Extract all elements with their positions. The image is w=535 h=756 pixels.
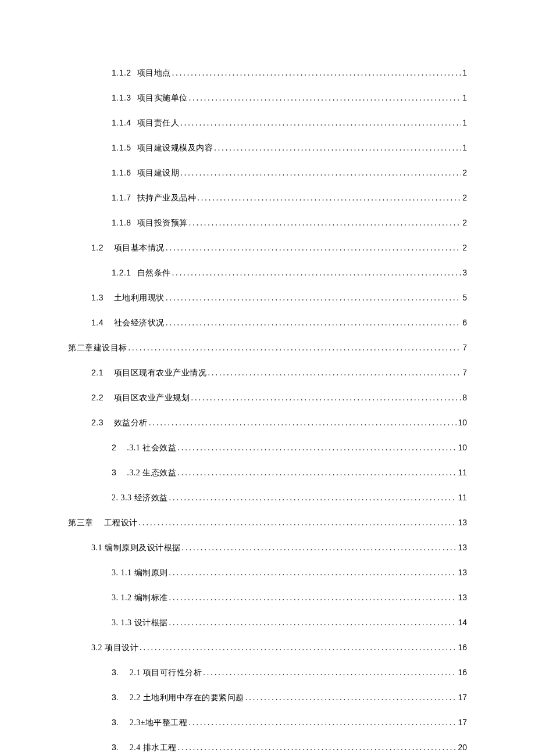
toc-page-number: 7 [462, 367, 467, 379]
toc-leader [172, 267, 462, 279]
toc-number: 1.2.1 [112, 268, 131, 277]
toc-page-number: 1 [462, 92, 467, 104]
toc-page-number: 2 [462, 242, 467, 254]
toc-page-number: 1 [462, 117, 467, 129]
toc-number: 1.1.6 [112, 168, 131, 177]
toc-page-number: 17 [458, 691, 467, 704]
toc-entry: 2.2项目区农业产业规划8 [68, 392, 467, 404]
toc-entry: 2.3.1 社会效益10 [68, 442, 467, 454]
toc-label: 2.3.1 社会效益 [112, 442, 176, 454]
toc-leader [172, 67, 462, 79]
toc-label: 1.1.3项目实施单位 [112, 92, 188, 104]
toc-number: 3. [112, 718, 119, 727]
toc-title: 项目实施单位 [137, 94, 188, 102]
toc-leader [169, 567, 457, 579]
toc-label: 3. 1.1 编制原则 [112, 567, 168, 579]
toc-label: 3. 1.2 编制标准 [112, 592, 168, 604]
toc-title: 项目区现有农业产业情况 [114, 368, 207, 377]
toc-number: 第三章 [68, 518, 94, 527]
toc-title: 3.1 编制原则及设计根据 [91, 543, 181, 552]
toc-label: 1.1.6项目建设期 [112, 167, 179, 179]
toc-number: 3 [112, 468, 116, 477]
toc-leader [169, 617, 457, 629]
toc-entry: 1.1.8项目投资预算2 [68, 217, 467, 229]
toc-title: 3. 1.1 编制原则 [112, 568, 168, 577]
toc-title: 社会经济状况 [114, 318, 165, 327]
toc-title: 3. 1.3 设计根据 [112, 618, 168, 627]
toc-page-number: 10 [458, 442, 467, 454]
toc-title: 项目投资预算 [137, 218, 188, 227]
toc-page-number: 5 [462, 292, 467, 304]
toc-label: 2. 3.3 经济效益 [112, 492, 168, 504]
toc-leader [182, 542, 457, 554]
toc-page-number: 16 [458, 667, 467, 679]
toc-entry: 1.1.5项目建设规模及内容1 [68, 142, 467, 154]
toc-page-number: 11 [458, 492, 467, 504]
toc-label: 1.1.7扶持产业及品种 [112, 192, 196, 204]
toc-page-number: 13 [458, 517, 467, 529]
toc-label: 1.2项目基本情况 [91, 242, 165, 254]
toc-leader [188, 716, 456, 729]
toc-label: 1.1.5项目建设规模及内容 [112, 142, 213, 154]
toc-entry: 3.1 编制原则及设计根据13 [68, 542, 467, 554]
toc-page-number: 2 [462, 167, 467, 179]
toc-label: 3.2.1 项目可行性分析 [112, 667, 202, 679]
toc-page-number: 8 [462, 392, 467, 404]
toc-label: 3.3.2 生态效益 [112, 467, 176, 479]
toc-title: 项目地点 [137, 69, 171, 77]
toc-entry: 2.1项目区现有农业产业情况7 [68, 367, 467, 379]
toc-entry: 3.2 项目设计16 [68, 642, 467, 654]
toc-title: 2.1 项目可行性分析 [130, 668, 202, 677]
table-of-contents: 1.1.2项目地点11.1.3项目实施单位11.1.4项目责任人11.1.5项目… [68, 67, 467, 756]
toc-title: 工程设计 [104, 518, 138, 527]
toc-leader [197, 192, 461, 204]
toc-entry: 2.3效益分析10 [68, 417, 467, 429]
toc-label: 第二章建设目标 [68, 342, 127, 354]
toc-page-number: 14 [458, 617, 467, 629]
toc-title: 扶持产业及品种 [137, 194, 197, 202]
toc-number: 1.3 [91, 293, 104, 302]
toc-leader [189, 217, 462, 229]
toc-label: 1.4社会经济状况 [91, 317, 165, 329]
toc-title: 项目区农业产业规划 [114, 393, 190, 402]
toc-page-number: 16 [458, 642, 467, 654]
toc-title: 项目建设规模及内容 [137, 144, 213, 152]
toc-label: 3. 1.3 设计根据 [112, 617, 168, 629]
toc-label: 3.2.4 排水工程 [112, 741, 177, 754]
toc-entry: 2. 3.3 经济效益11 [68, 492, 467, 504]
toc-page-number: 2 [462, 217, 467, 229]
toc-number: 1.1.3 [112, 93, 131, 102]
toc-entry: 3. 1.1 编制原则13 [68, 567, 467, 579]
toc-number: 1.1.4 [112, 118, 131, 127]
toc-leader [149, 417, 456, 429]
toc-page-number: 20 [458, 741, 467, 754]
toc-title: .3.1 社会效益 [127, 443, 176, 452]
toc-page-number: 11 [458, 467, 467, 479]
toc-page-number: 1 [462, 67, 467, 79]
toc-entry: 3. 1.3 设计根据14 [68, 617, 467, 629]
toc-title: 2. 3.3 经济效益 [112, 493, 168, 502]
toc-entry: 3.2.3±地平整工程17 [68, 716, 467, 729]
toc-leader [140, 642, 456, 654]
toc-number: 1.1.5 [112, 143, 131, 152]
toc-title: 项目建设期 [137, 169, 180, 177]
toc-entry: 3.2.1 项目可行性分析16 [68, 667, 467, 679]
toc-leader [166, 292, 461, 304]
toc-number: 1.2 [91, 243, 104, 252]
toc-label: 2.1项目区现有农业产业情况 [91, 367, 206, 379]
toc-leader [180, 167, 461, 179]
toc-leader [166, 317, 461, 329]
toc-label: 3.1 编制原则及设计根据 [91, 542, 181, 554]
toc-leader [166, 242, 461, 254]
toc-title: 2.3±地平整工程 [130, 718, 188, 727]
toc-entry: 1.1.2项目地点1 [68, 67, 467, 79]
toc-entry: 1.2.1自然条件3 [68, 267, 467, 279]
toc-number: 2.1 [91, 368, 104, 377]
toc-title: 2.4 排水工程 [130, 743, 177, 752]
toc-leader [129, 342, 462, 354]
toc-title: 3.2 项目设计 [91, 643, 138, 652]
toc-entry: 1.2项目基本情况2 [68, 242, 467, 254]
toc-leader [139, 517, 457, 529]
toc-leader [177, 467, 456, 479]
toc-entry: 3.3.2 生态效益11 [68, 467, 467, 479]
